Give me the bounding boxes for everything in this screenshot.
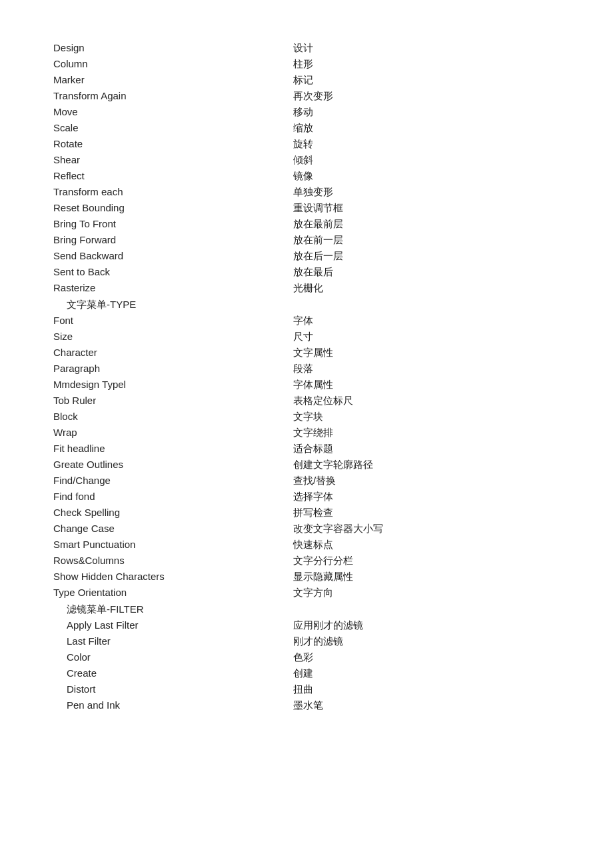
english-term: Move bbox=[53, 104, 267, 120]
english-term: Reset Bounding bbox=[53, 200, 267, 216]
chinese-term: 改变文字容器大小写 bbox=[267, 521, 560, 537]
chinese-term: 放在最后 bbox=[267, 264, 560, 280]
translation-table: Design设计Column柱形Marker标记Transform Again再… bbox=[53, 40, 560, 713]
chinese-term: 查找/替换 bbox=[267, 473, 560, 489]
chinese-term: 拼写检查 bbox=[267, 505, 560, 521]
section-header: 滤镜菜单-FILTER bbox=[53, 601, 560, 617]
chinese-term: 选择字体 bbox=[267, 489, 560, 505]
chinese-term: 重设调节框 bbox=[267, 200, 560, 216]
english-term: Send Backward bbox=[53, 248, 267, 264]
english-term: Rotate bbox=[53, 136, 267, 152]
chinese-term: 标记 bbox=[267, 72, 560, 88]
chinese-term: 段落 bbox=[267, 361, 560, 377]
chinese-term: 柱形 bbox=[267, 56, 560, 72]
english-term: Bring Forward bbox=[53, 232, 267, 248]
chinese-term: 尺寸 bbox=[267, 329, 560, 345]
english-term: Rows&Columns bbox=[53, 553, 267, 569]
chinese-term: 创建 bbox=[267, 665, 560, 681]
chinese-term: 倾斜 bbox=[267, 152, 560, 168]
english-term: Pen and Ink bbox=[53, 697, 267, 713]
chinese-term: 旋转 bbox=[267, 136, 560, 152]
english-term: Bring To Front bbox=[53, 216, 267, 232]
chinese-term: 显示隐藏属性 bbox=[267, 569, 560, 585]
english-term: Block bbox=[53, 409, 267, 425]
chinese-term: 表格定位标尺 bbox=[267, 393, 560, 409]
english-term: Distort bbox=[53, 681, 267, 697]
chinese-term: 放在前一层 bbox=[267, 232, 560, 248]
section-header: 文字菜单-TYPE bbox=[53, 296, 560, 313]
english-term: Tob Ruler bbox=[53, 393, 267, 409]
chinese-term: 镜像 bbox=[267, 168, 560, 184]
english-term: Transform Again bbox=[53, 88, 267, 104]
english-term: Marker bbox=[53, 72, 267, 88]
english-term: Check Spelling bbox=[53, 505, 267, 521]
english-term: Transform each bbox=[53, 184, 267, 200]
english-term: Shear bbox=[53, 152, 267, 168]
english-term: Create bbox=[53, 665, 267, 681]
english-term: Change Case bbox=[53, 521, 267, 537]
english-term: Show Hidden Characters bbox=[53, 569, 267, 585]
chinese-term: 放在最前层 bbox=[267, 216, 560, 232]
chinese-term: 单独变形 bbox=[267, 184, 560, 200]
english-term: Font bbox=[53, 313, 267, 329]
chinese-term: 文字分行分栏 bbox=[267, 553, 560, 569]
english-term: Color bbox=[53, 649, 267, 665]
english-term: Find fond bbox=[53, 489, 267, 505]
chinese-term: 文字方向 bbox=[267, 585, 560, 601]
english-term: Type Orientation bbox=[53, 585, 267, 601]
english-term: Sent to Back bbox=[53, 264, 267, 280]
english-term: Find/Change bbox=[53, 473, 267, 489]
chinese-term: 墨水笔 bbox=[267, 697, 560, 713]
chinese-term: 快速标点 bbox=[267, 537, 560, 553]
chinese-term: 应用刚才的滤镜 bbox=[267, 617, 560, 633]
english-term: Mmdesign Typel bbox=[53, 377, 267, 393]
chinese-term: 字体属性 bbox=[267, 377, 560, 393]
chinese-term: 适合标题 bbox=[267, 441, 560, 457]
english-term: Smart Punctuation bbox=[53, 537, 267, 553]
english-term: Size bbox=[53, 329, 267, 345]
chinese-term: 文字绕排 bbox=[267, 425, 560, 441]
chinese-term: 扭曲 bbox=[267, 681, 560, 697]
chinese-term: 刚才的滤镜 bbox=[267, 633, 560, 649]
english-term: Apply Last Filter bbox=[53, 617, 267, 633]
chinese-term: 文字属性 bbox=[267, 345, 560, 361]
english-term: Rasterize bbox=[53, 280, 267, 296]
chinese-term: 再次变形 bbox=[267, 88, 560, 104]
chinese-term: 移动 bbox=[267, 104, 560, 120]
chinese-term: 文字块 bbox=[267, 409, 560, 425]
chinese-term: 光栅化 bbox=[267, 280, 560, 296]
english-term: Wrap bbox=[53, 425, 267, 441]
chinese-term: 放在后一层 bbox=[267, 248, 560, 264]
english-term: Last Filter bbox=[53, 633, 267, 649]
english-term: Scale bbox=[53, 120, 267, 136]
english-term: Character bbox=[53, 345, 267, 361]
english-term: Paragraph bbox=[53, 361, 267, 377]
english-term: Design bbox=[53, 40, 267, 56]
chinese-term: 色彩 bbox=[267, 649, 560, 665]
english-term: Reflect bbox=[53, 168, 267, 184]
english-term: Fit headline bbox=[53, 441, 267, 457]
chinese-term: 设计 bbox=[267, 40, 560, 56]
chinese-term: 创建文字轮廓路径 bbox=[267, 457, 560, 473]
chinese-term: 缩放 bbox=[267, 120, 560, 136]
english-term: Greate Outlines bbox=[53, 457, 267, 473]
chinese-term: 字体 bbox=[267, 313, 560, 329]
english-term: Column bbox=[53, 56, 267, 72]
